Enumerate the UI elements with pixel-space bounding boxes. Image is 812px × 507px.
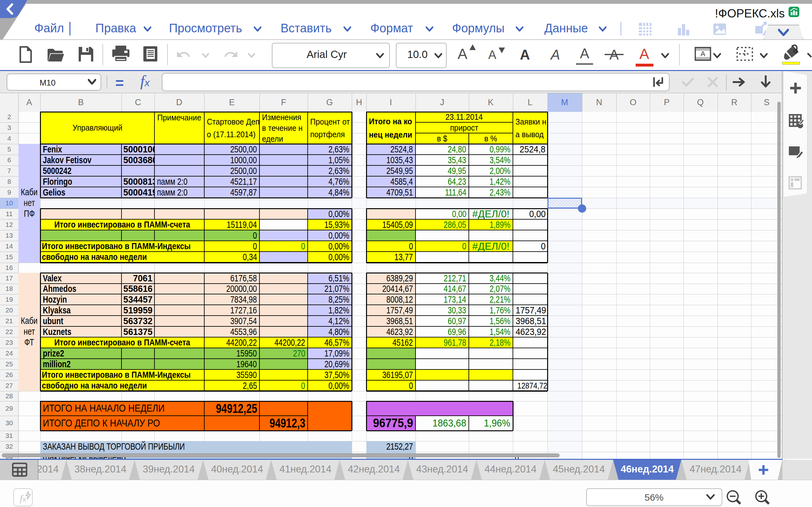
svg-text:A: A <box>701 50 705 58</box>
